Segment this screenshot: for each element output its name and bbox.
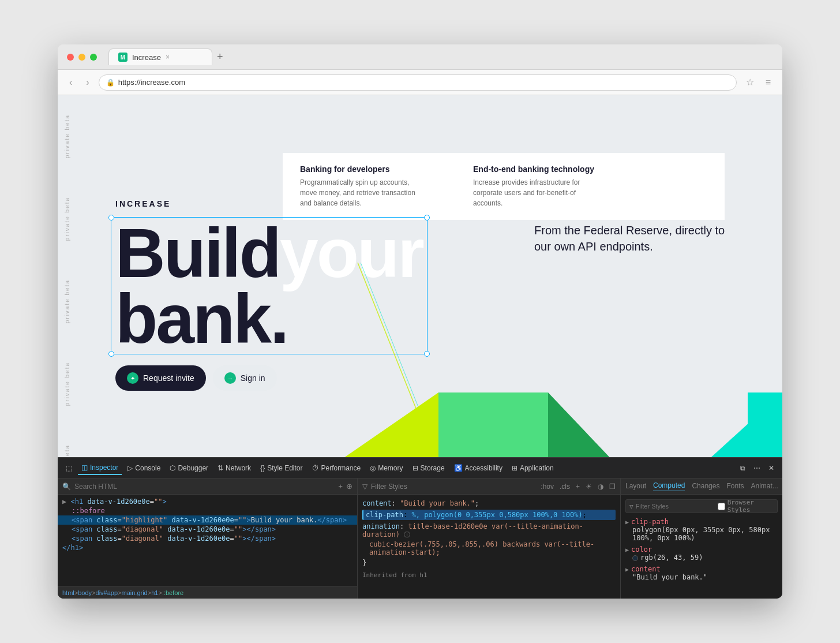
- changes-tab[interactable]: Changes: [692, 482, 719, 491]
- filter-styles-label: Filter Styles: [371, 483, 407, 491]
- hero-text-container: Buildyour bank.: [115, 220, 423, 352]
- hero-title-white: your: [280, 214, 423, 291]
- layout-tab[interactable]: Layout: [625, 482, 646, 491]
- breadcrumb-main: main.grid: [122, 589, 148, 596]
- css-val-animation-2: cubic-bezier(.755,.05,.855,.06) backward…: [369, 540, 594, 556]
- inspector-tab[interactable]: ◫ Inspector: [78, 461, 122, 475]
- devtools-more-button[interactable]: ⋯: [750, 462, 764, 474]
- color-swatch[interactable]: [632, 555, 638, 561]
- computed-val-clip-path: polygon(0px 0px, 355px 0px, 580px 100%, …: [625, 526, 778, 542]
- tab-bar: M Increase × +: [108, 48, 228, 65]
- memory-icon: ◎: [370, 464, 376, 472]
- pseudo-state-buttons: :hov: [541, 483, 554, 491]
- style-editor-label: Style Editor: [267, 464, 302, 472]
- computed-tab[interactable]: Computed: [653, 481, 685, 491]
- css-content: content: "Build your bank."; clip-path: …: [358, 495, 620, 599]
- debugger-icon: ⬡: [170, 464, 175, 472]
- light-mode-icon[interactable]: ☀: [586, 483, 592, 491]
- cls-button[interactable]: .cls: [560, 483, 570, 491]
- accessibility-icon: ♿: [454, 464, 463, 472]
- devtools-picker-button[interactable]: ⬚: [62, 462, 76, 474]
- tab-favicon: M: [118, 53, 127, 62]
- breadcrumb-body: body: [78, 589, 92, 596]
- breadcrumb-html: html: [62, 589, 74, 596]
- computed-content-prop: ▶ content "Build your bank.": [625, 565, 778, 581]
- bookmark-button[interactable]: ☆: [741, 74, 759, 90]
- css-panel: ▽ Filter Styles :hov .cls + ☀ ◑ ❒ conten…: [358, 478, 621, 599]
- dark-mode-icon[interactable]: ◑: [598, 483, 603, 491]
- storage-icon: ⊟: [412, 464, 418, 472]
- css-inherited-label: Inherited from h1: [362, 571, 616, 579]
- expand-content-icon[interactable]: ▶: [625, 566, 629, 573]
- animat-tab[interactable]: Animat...: [751, 482, 778, 491]
- html-line-3-selected[interactable]: <span class="highlight" data-v-1d260e0e=…: [58, 515, 357, 525]
- nav-bar: ‹ › 🔒 https://increase.com ☆ ≡: [58, 70, 782, 95]
- devtools-close-button[interactable]: ✕: [765, 462, 778, 474]
- debugger-label: Debugger: [178, 464, 208, 472]
- computed-prop-content: content: [631, 565, 661, 573]
- close-button[interactable]: [67, 54, 74, 61]
- storage-label: Storage: [421, 464, 445, 472]
- memory-tab[interactable]: ◎ Memory: [366, 462, 406, 474]
- computed-filter-icon: ▽: [629, 503, 633, 510]
- tab-title: Increase: [132, 53, 161, 62]
- hero-sub: From the Federal Reserve, directly to ou…: [534, 222, 736, 255]
- hero-title: Buildyour bank.: [115, 220, 423, 352]
- selection-handle-br: [424, 351, 430, 357]
- private-beta-label-3: private beta: [64, 279, 70, 323]
- storage-tab[interactable]: ⊟ Storage: [409, 462, 448, 474]
- css-val-content: "Build your bank.": [400, 499, 475, 507]
- back-button[interactable]: ‹: [65, 75, 77, 90]
- invite-icon: ✦: [127, 372, 138, 384]
- computed-clip-path: ▶ clip-path polygon(0px 0px, 355px 0px, …: [625, 518, 778, 542]
- screenshot-icon[interactable]: ❒: [609, 483, 616, 491]
- html-pick-button[interactable]: ⊕: [346, 482, 352, 491]
- fullscreen-button[interactable]: [90, 54, 97, 61]
- browser-styles-label: Browser Styles: [727, 499, 774, 514]
- expand-clip-path-icon[interactable]: ▶: [625, 519, 629, 525]
- browser-styles-check: Browser Styles: [718, 499, 774, 514]
- html-search-input[interactable]: [74, 483, 335, 491]
- console-icon: ▷: [127, 464, 133, 472]
- add-rule-button[interactable]: +: [576, 483, 580, 491]
- computed-filter-input[interactable]: [636, 503, 715, 510]
- sign-in-button[interactable]: → Sign in: [213, 365, 277, 391]
- style-editor-tab[interactable]: {} Style Editor: [257, 462, 306, 474]
- computed-prop-color: color: [631, 545, 652, 554]
- address-bar[interactable]: 🔒 https://increase.com: [99, 74, 737, 91]
- css-rule-animation-2: cubic-bezier(.755,.05,.855,.06) backward…: [362, 540, 616, 556]
- request-invite-button[interactable]: ✦ Request invite: [115, 365, 206, 391]
- tab-close-icon[interactable]: ×: [166, 53, 170, 61]
- network-tab[interactable]: ⇅ Network: [214, 462, 254, 474]
- new-tab-button[interactable]: +: [212, 51, 228, 63]
- css-rule-1: content: "Build your bank.";: [362, 499, 616, 507]
- computed-val-color: rgb(26, 43, 59): [625, 554, 778, 562]
- html-panel: 🔍 + ⊕ ▶ <h1 data-v-1d260e0e=""> ::before…: [58, 478, 358, 599]
- browser-tab[interactable]: M Increase ×: [108, 48, 212, 65]
- html-add-node-button[interactable]: +: [338, 482, 343, 491]
- application-tab[interactable]: ⊞ Application: [508, 462, 557, 474]
- selection-handle-tl: [108, 215, 114, 220]
- minimize-button[interactable]: [78, 54, 85, 61]
- debugger-tab[interactable]: ⬡ Debugger: [166, 462, 212, 474]
- css-toolbar: ▽ Filter Styles :hov .cls + ☀ ◑ ❒: [358, 478, 620, 495]
- logo: INCREASE: [115, 199, 782, 208]
- css-prop-animation: animation: [362, 522, 400, 530]
- console-tab[interactable]: ▷ Console: [124, 462, 164, 474]
- html-line-1: ▶ <h1 data-v-1d260e0e="">: [58, 497, 357, 506]
- computed-content: ▽ Browser Styles ▶ clip-path polygon(0px…: [621, 495, 782, 599]
- menu-button[interactable]: ≡: [761, 74, 775, 90]
- accessibility-tab[interactable]: ♿ Accessibility: [451, 462, 506, 474]
- forward-button[interactable]: ›: [81, 75, 93, 90]
- filter-icon: ▽: [362, 483, 367, 491]
- devtools-dock-button[interactable]: ⧉: [737, 462, 749, 474]
- private-beta-label-2: private beta: [64, 197, 70, 241]
- style-editor-icon: {}: [260, 464, 265, 472]
- expand-color-icon[interactable]: ▶: [625, 547, 629, 553]
- fonts-tab[interactable]: Fonts: [726, 482, 744, 491]
- inspector-icon: ◫: [81, 463, 88, 472]
- performance-tab[interactable]: ⏱ Performance: [309, 462, 365, 474]
- css-animation-info-icon: ⓘ: [404, 531, 410, 539]
- browser-styles-checkbox[interactable]: [718, 503, 725, 510]
- computed-panel: Layout Computed Changes Fonts Animat... …: [621, 478, 782, 599]
